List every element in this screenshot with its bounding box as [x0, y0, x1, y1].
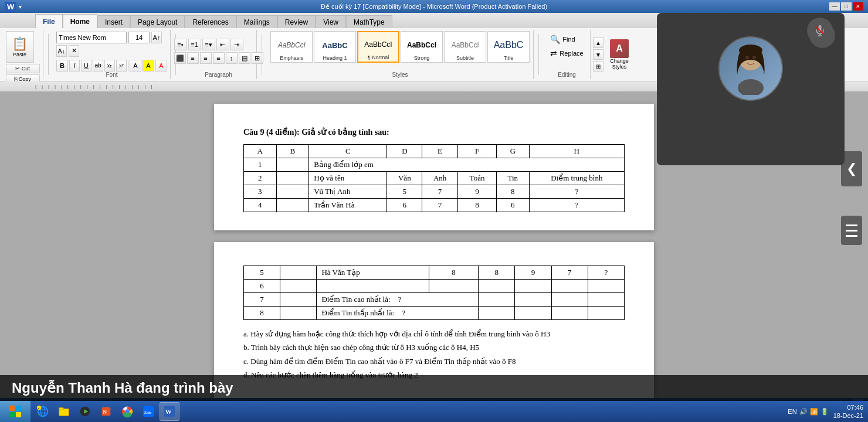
tab-review[interactable]: Review [277, 15, 316, 28]
svg-text:W: W [165, 408, 172, 415]
svg-rect-11 [9, 406, 15, 411]
tab-page-layout[interactable]: Page Layout [130, 15, 185, 28]
minimize-button[interactable]: — [829, 2, 840, 11]
style-heading1[interactable]: AaBbC Heading 1 [314, 31, 356, 63]
tab-view[interactable]: View [316, 15, 346, 28]
nav-back-button[interactable]: ❮ [841, 151, 862, 186]
start-button[interactable] [0, 401, 30, 422]
tab-references[interactable]: References [185, 15, 236, 28]
cell-3-b [276, 185, 309, 199]
align-center-button[interactable]: ≡ [187, 52, 199, 64]
clear-format-button[interactable]: ✕ [69, 45, 79, 57]
answer-c: c. Dùng hàm để tìm điểm Điểm Tin cao nhấ… [243, 355, 625, 368]
subscript-button[interactable]: x₂ [104, 60, 115, 72]
tab-home[interactable]: Home [63, 14, 97, 28]
shading-button[interactable]: ▤ [239, 52, 250, 64]
align-left-button[interactable]: ⬛ [174, 52, 186, 64]
font-decrease-button[interactable]: A↓ [56, 45, 67, 57]
table-row: 1 Bảng điểm lớp em [244, 158, 625, 172]
menu-dots-button[interactable] [841, 216, 862, 245]
style-strong[interactable]: AaBbCcl Strong [401, 31, 443, 63]
highlight-button[interactable]: A [143, 60, 154, 72]
taskbar-word[interactable]: W [160, 402, 179, 421]
find-button[interactable]: 🔍 Find [548, 33, 585, 45]
taskbar: e N [0, 401, 868, 422]
clipboard-group: 📋 Paste ✂ Cut ⎘ Copy 🖌 Format Painter Cl… [2, 30, 43, 79]
multilevel-button[interactable]: ≡▾ [202, 39, 215, 50]
text-effects-button[interactable]: A [130, 60, 141, 72]
font-name-input[interactable]: Times New Rom [56, 32, 127, 43]
font-color-button[interactable]: A [155, 60, 167, 72]
quick-access: ▾ [19, 4, 22, 10]
cell-1-title: Bảng điểm lớp em [309, 158, 625, 172]
styles-scroll-up[interactable]: ▲ [593, 38, 603, 48]
taskbar-zalo[interactable]: Zalo [138, 402, 158, 421]
tab-file[interactable]: File [35, 14, 63, 28]
cell-7-f [515, 292, 551, 306]
strikethrough-button[interactable]: ab [93, 60, 103, 72]
cell-4-a: 4 [244, 199, 277, 212]
align-right-button[interactable]: ≡ [200, 52, 212, 64]
main-mic-button[interactable] [807, 18, 833, 43]
cell-8-h [588, 306, 624, 319]
styles-group: AaBbCcl Emphasis AaBbC Heading 1 AaBbCcI… [267, 30, 534, 79]
svg-point-16 [40, 407, 45, 417]
tab-insert[interactable]: Insert [97, 15, 130, 28]
cell-3-f: 9 [457, 185, 496, 199]
underline-button[interactable]: U [81, 60, 91, 72]
taskbar-explorer[interactable] [54, 402, 74, 421]
presenter-avatar [718, 36, 783, 101]
indent-decrease-button[interactable]: ⇤ [216, 39, 229, 50]
replace-button[interactable]: ⇄ Replace [548, 47, 585, 59]
font-size-input[interactable]: 14 [128, 32, 150, 43]
styles-scroll-down[interactable]: ▼ [593, 49, 603, 60]
cell-5-a: 5 [244, 266, 280, 279]
bold-button[interactable]: B [56, 60, 68, 72]
taskbar-app4[interactable]: N [96, 402, 116, 421]
tab-mailings[interactable]: Mailings [236, 15, 277, 28]
close-button[interactable]: ✕ [853, 2, 863, 11]
cell-4-g: 6 [497, 199, 530, 212]
lang-tray: EN [788, 408, 796, 415]
ie-icon: e [36, 405, 49, 418]
italic-button[interactable]: I [69, 60, 80, 72]
paste-button[interactable]: 📋 Paste [6, 31, 34, 63]
maximize-button[interactable]: □ [841, 2, 852, 11]
window-title: Đề cuối kỳ 17 [Compatibility Mode] - Mic… [321, 3, 547, 11]
style-emphasis[interactable]: AaBbCcl Emphasis [270, 31, 313, 63]
cell-8-e [479, 306, 515, 319]
numbering-button[interactable]: ≡1 [188, 39, 201, 50]
question-label: Câu 9 (4 điểm): Giả sử có bảng tính sau: [243, 128, 389, 137]
svg-point-7 [752, 56, 756, 59]
style-title[interactable]: AaBbC Title [487, 31, 530, 63]
align-buttons: ⬛ ≡ ≡ ≡ ↕ ▤ ⊞ [174, 52, 263, 64]
style-normal[interactable]: AaBbCcI ¶ Normal [357, 31, 399, 63]
bullets-button[interactable]: ≡• [174, 39, 187, 50]
cell-5-c: Hà Văn Tập [317, 266, 429, 279]
cell-8-a: 8 [244, 306, 280, 319]
table-row: 3 Vũ Thị Anh 5 7 9 8 ? [244, 185, 625, 199]
change-styles-button[interactable]: A ChangeStyles [610, 39, 629, 70]
indent-increase-button[interactable]: ⇥ [230, 39, 243, 50]
tab-mathtype[interactable]: MathType [346, 15, 392, 28]
question-text: Câu 9 (4 điểm): Giả sử có bảng tính sau: [243, 127, 625, 137]
font-increase-button[interactable]: A↑ [151, 32, 162, 43]
title-bar: W ▾ Đề cuối kỳ 17 [Compatibility Mode] -… [0, 0, 868, 13]
style-subtitle[interactable]: AaBbCcl Subtitle [444, 31, 486, 63]
page-1: Câu 9 (4 điểm): Giả sử có bảng tính sau:… [214, 104, 654, 230]
find-replace-content: 🔍 Find ⇄ Replace [545, 31, 588, 62]
cell-5-h: ? [588, 266, 624, 279]
paragraph-label: Paragraph [205, 72, 232, 78]
superscript-button[interactable]: x² [116, 60, 127, 72]
taskbar-media[interactable] [75, 402, 95, 421]
taskbar-chrome[interactable] [117, 402, 137, 421]
cell-8-f [515, 306, 551, 319]
justify-button[interactable]: ≡ [213, 52, 225, 64]
cut-button[interactable]: ✂ Cut [6, 64, 40, 73]
cell-8-text: Điểm Tin thấp nhất là: ? [317, 306, 479, 319]
cell-4-c: Trần Văn Hà [309, 199, 387, 212]
line-spacing-button[interactable]: ↕ [226, 52, 238, 64]
cell-6-d [429, 279, 479, 292]
styles-expand[interactable]: ⊞ [593, 61, 603, 72]
taskbar-ie[interactable]: e [33, 402, 53, 421]
